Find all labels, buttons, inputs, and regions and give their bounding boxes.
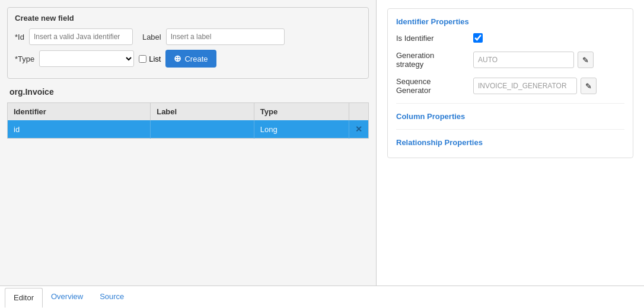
type-field-row: *Type List ⊕ Create <box>15 50 361 68</box>
create-field-title: Create new field <box>15 14 361 23</box>
create-button[interactable]: ⊕ Create <box>165 50 216 68</box>
tabs-bar: Editor Overview Source <box>0 285 644 308</box>
right-panel: Identifier Properties Is Identifier Gene… <box>377 0 644 285</box>
is-identifier-row: Is Identifier <box>396 33 624 43</box>
list-checkbox[interactable] <box>139 55 146 63</box>
label-input[interactable] <box>166 28 285 45</box>
tab-editor[interactable]: Editor <box>5 288 43 308</box>
generation-strategy-input[interactable] <box>473 52 574 68</box>
is-identifier-value <box>473 33 483 43</box>
id-input[interactable] <box>29 28 133 45</box>
cell-identifier: id <box>8 120 151 139</box>
identifier-properties-title: Identifier Properties <box>396 17 624 26</box>
content-area: Create new field *Id Label *Type List <box>0 0 644 285</box>
field-table: Identifier Label Type id Long ✕ <box>7 102 369 139</box>
list-label: List <box>139 54 161 63</box>
left-panel: Create new field *Id Label *Type List <box>0 0 377 285</box>
id-label: *Id <box>15 33 24 41</box>
cell-label <box>151 120 254 139</box>
properties-section: Identifier Properties Is Identifier Gene… <box>387 8 633 158</box>
col-action <box>349 103 369 121</box>
tab-source[interactable]: Source <box>91 287 132 307</box>
generation-strategy-edit-btn[interactable]: ✎ <box>578 52 594 68</box>
main-container: Create new field *Id Label *Type List <box>0 0 644 308</box>
label-label: Label <box>142 33 161 41</box>
cell-delete[interactable]: ✕ <box>349 120 369 139</box>
divider-1 <box>396 103 624 104</box>
create-field-box: Create new field *Id Label *Type List <box>7 7 369 79</box>
is-identifier-label: Is Identifier <box>396 34 473 43</box>
generation-strategy-row: Generationstrategy ✎ <box>396 51 624 69</box>
sequence-generator-value: ✎ <box>473 78 597 94</box>
col-type: Type <box>254 103 349 121</box>
sequence-generator-input[interactable] <box>473 78 577 94</box>
column-properties-title[interactable]: Column Properties <box>396 110 624 123</box>
col-label: Label <box>151 103 254 121</box>
delete-icon[interactable]: ✕ <box>355 124 362 134</box>
relationship-properties-title[interactable]: Relationship Properties <box>396 136 624 149</box>
generation-strategy-label: Generationstrategy <box>396 51 473 69</box>
table-row[interactable]: id Long ✕ <box>8 120 369 139</box>
tab-overview[interactable]: Overview <box>43 287 91 307</box>
generation-strategy-value: ✎ <box>473 52 594 68</box>
cell-type: Long <box>254 120 349 139</box>
sequence-generator-label: SequenceGenerator <box>396 77 473 95</box>
sequence-generator-edit-btn[interactable]: ✎ <box>581 78 597 94</box>
col-identifier: Identifier <box>8 103 151 121</box>
type-select[interactable] <box>39 50 134 67</box>
entity-title: org.Invoice <box>7 87 369 97</box>
is-identifier-checkbox[interactable] <box>473 33 483 43</box>
sequence-generator-row: SequenceGenerator ✎ <box>396 77 624 95</box>
id-field-row: *Id Label <box>15 28 361 45</box>
table-header-row: Identifier Label Type <box>8 103 369 121</box>
type-label: *Type <box>15 54 34 63</box>
divider-2 <box>396 129 624 130</box>
plus-icon: ⊕ <box>174 53 181 64</box>
